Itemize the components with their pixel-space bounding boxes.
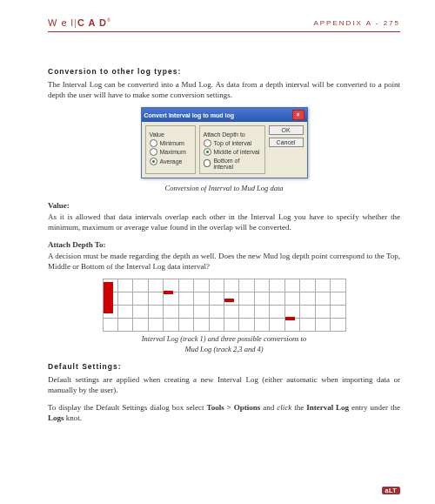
group-value-label: Value xyxy=(150,131,164,138)
section-conversion-body: The Interval Log can be converted into a… xyxy=(48,79,400,100)
track-chart xyxy=(103,279,346,332)
logo-left: W e l xyxy=(48,17,74,28)
convert-dialog: Convert Interval log to mud log × Value … xyxy=(141,107,308,178)
group-depth-label: Attach Depth to xyxy=(204,131,245,138)
section-depth-body: A decision must be made regarding the de… xyxy=(48,251,400,272)
radio-top[interactable] xyxy=(204,139,211,147)
logo-right: C A D xyxy=(77,17,107,28)
radio-bottom[interactable] xyxy=(204,159,211,167)
appendix-label: APPENDIX A - 275 xyxy=(313,19,400,27)
section-defaults-title: Default Settings: xyxy=(48,362,400,371)
section-depth-title: Attach Depth To: xyxy=(48,240,400,249)
radio-average[interactable] xyxy=(150,158,157,165)
section-value-body: As it is allowed that data intervals ove… xyxy=(48,212,400,232)
section-value-title: Value: xyxy=(48,201,400,210)
label-minimum: Minimum xyxy=(160,140,184,146)
footer-logo: aLT xyxy=(382,487,400,494)
section-defaults-body-1: Default settings are applied when creati… xyxy=(48,374,400,395)
logo: W e l|C A D® xyxy=(48,17,111,28)
close-icon[interactable]: × xyxy=(292,110,304,120)
caption-tracks-2: Mud Log (track 2,3 and 4) xyxy=(48,345,400,353)
label-bottom: Bottom of interval xyxy=(213,158,260,170)
dialog-titlebar: Convert Interval log to mud log × xyxy=(142,108,307,122)
dialog-title: Convert Interval log to mud log xyxy=(144,112,234,118)
radio-maximum[interactable] xyxy=(150,148,157,156)
radio-middle[interactable] xyxy=(204,148,211,156)
header-rule xyxy=(48,31,400,32)
cancel-button[interactable]: Cancel xyxy=(269,138,304,147)
section-conversion-title: Conversion to other log types: xyxy=(48,67,400,76)
ok-button[interactable]: OK xyxy=(269,125,304,135)
label-top: Top of interval xyxy=(214,140,252,146)
label-maximum: Maximum xyxy=(160,149,186,155)
caption-dialog: Conversion of Interval to Mud Log data xyxy=(48,184,400,192)
label-average: Average xyxy=(160,158,183,165)
label-middle: Middle of interval xyxy=(214,149,260,155)
caption-tracks-1: Interval Log (track 1) and three possibl… xyxy=(48,334,400,343)
section-defaults-body-2: To display the Default Settings dialog b… xyxy=(48,402,400,423)
radio-minimum[interactable] xyxy=(150,139,157,147)
